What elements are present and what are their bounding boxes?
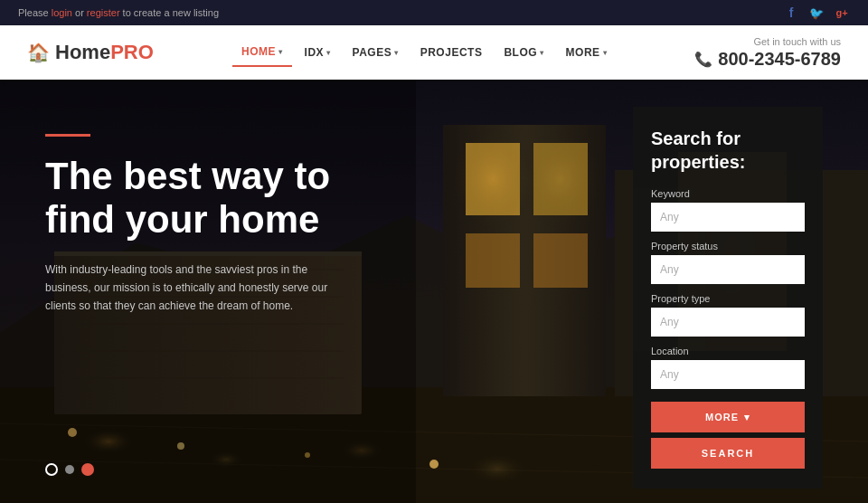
house-icon: 🏠 bbox=[27, 42, 50, 63]
keyword-field-group: Keyword bbox=[651, 188, 805, 232]
top-bar: Please login or register to create a new… bbox=[0, 0, 868, 25]
property-status-label: Property status bbox=[651, 241, 805, 252]
nav-projects-label: PROJECTS bbox=[420, 46, 483, 59]
keyword-input[interactable] bbox=[651, 203, 805, 232]
social-icons: f 🐦 g+ bbox=[783, 5, 850, 21]
location-input[interactable] bbox=[651, 360, 805, 389]
hero-accent-line bbox=[45, 134, 90, 137]
nav-blog[interactable]: BLOG ▾ bbox=[495, 39, 552, 66]
phone-icon: 📞 bbox=[694, 51, 712, 68]
nav-home-chevron: ▾ bbox=[278, 48, 283, 56]
logo[interactable]: 🏠 HomePRO bbox=[27, 41, 154, 64]
nav-more-label: MORE bbox=[566, 46, 600, 59]
nav-home-label: HOME bbox=[241, 45, 276, 58]
nav-projects[interactable]: PROJECTS bbox=[411, 39, 492, 66]
header: 🏠 HomePRO HOME ▾ IDX ▾ PAGES ▾ PROJECTS … bbox=[0, 25, 868, 80]
carousel-dot-1[interactable] bbox=[45, 463, 58, 476]
carousel-dot-2[interactable] bbox=[65, 465, 74, 474]
more-button[interactable]: MORE ▾ bbox=[651, 402, 805, 432]
location-label: Location bbox=[651, 346, 805, 356]
nav-idx-label: IDX bbox=[305, 46, 325, 59]
carousel-dots bbox=[45, 463, 94, 476]
header-contact: Get in touch with us 📞 800-2345-6789 bbox=[694, 36, 841, 70]
logo-brand: Home bbox=[55, 41, 110, 64]
nav-home[interactable]: HOME ▾ bbox=[232, 38, 292, 67]
facebook-icon[interactable]: f bbox=[783, 5, 799, 21]
or-text: or bbox=[75, 7, 87, 18]
nav-more-chevron: ▾ bbox=[603, 49, 608, 57]
more-button-label: MORE bbox=[705, 412, 739, 422]
nav-blog-label: BLOG bbox=[504, 46, 537, 59]
property-status-input[interactable] bbox=[651, 255, 805, 284]
logo-pro: PRO bbox=[110, 41, 154, 64]
nav-pages[interactable]: PAGES ▾ bbox=[344, 39, 408, 66]
phone-text: 800-2345-6789 bbox=[718, 49, 841, 70]
create-text: to create a new listing bbox=[123, 7, 219, 18]
nav-idx-chevron: ▾ bbox=[326, 49, 331, 57]
nav-more[interactable]: MORE ▾ bbox=[557, 39, 617, 66]
hero-content: The best way to find your home With indu… bbox=[45, 134, 407, 316]
location-field-group: Location bbox=[651, 346, 805, 389]
hero-description: With industry-leading tools and the savv… bbox=[45, 261, 335, 316]
svg-rect-16 bbox=[533, 233, 588, 288]
google-plus-icon[interactable]: g+ bbox=[834, 5, 850, 21]
top-bar-message: Please login or register to create a new… bbox=[18, 7, 219, 18]
nav-pages-label: PAGES bbox=[353, 46, 392, 59]
message-text: Please bbox=[18, 7, 52, 18]
property-status-field-group: Property status bbox=[651, 241, 805, 284]
more-button-chevron: ▾ bbox=[744, 412, 750, 423]
nav-idx[interactable]: IDX ▾ bbox=[296, 39, 340, 66]
svg-rect-15 bbox=[466, 233, 520, 288]
search-button[interactable]: SEARCH bbox=[651, 438, 805, 469]
property-type-field-group: Property type bbox=[651, 293, 805, 337]
hero-section: The best way to find your home With indu… bbox=[0, 80, 868, 503]
property-type-input[interactable] bbox=[651, 308, 805, 337]
login-link[interactable]: login bbox=[52, 7, 72, 18]
nav-blog-chevron: ▾ bbox=[540, 49, 544, 57]
main-nav: HOME ▾ IDX ▾ PAGES ▾ PROJECTS BLOG ▾ MOR… bbox=[232, 38, 616, 67]
hero-title: The best way to find your home bbox=[45, 155, 407, 242]
search-panel-title: Search for properties: bbox=[651, 127, 805, 174]
search-panel: Search for properties: Keyword Property … bbox=[633, 107, 823, 489]
keyword-label: Keyword bbox=[651, 188, 805, 199]
svg-point-18 bbox=[515, 125, 606, 233]
register-link[interactable]: register bbox=[87, 7, 120, 18]
phone-number[interactable]: 📞 800-2345-6789 bbox=[694, 49, 841, 70]
contact-label: Get in touch with us bbox=[694, 36, 841, 47]
twitter-icon[interactable]: 🐦 bbox=[808, 5, 825, 21]
carousel-dot-3[interactable] bbox=[81, 463, 94, 476]
property-type-label: Property type bbox=[651, 293, 805, 304]
nav-pages-chevron: ▾ bbox=[394, 49, 399, 57]
svg-point-26 bbox=[466, 452, 529, 485]
svg-point-30 bbox=[429, 460, 439, 469]
